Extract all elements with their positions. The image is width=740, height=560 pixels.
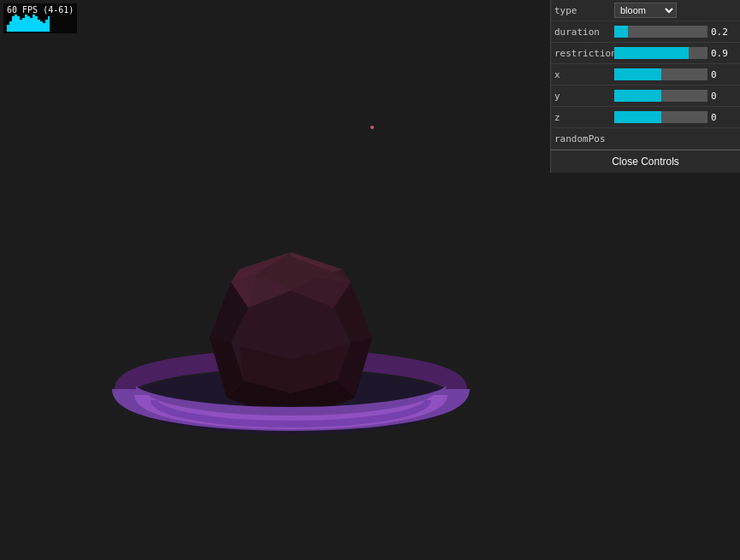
type-row: type bloomwaveexplosionrain bbox=[551, 0, 740, 21]
restriction-value: 0.9 bbox=[711, 48, 737, 59]
planet-svg bbox=[111, 171, 471, 479]
close-controls-button[interactable]: Close Controls bbox=[551, 150, 740, 173]
duration-fill bbox=[614, 26, 628, 38]
planet-container bbox=[111, 171, 471, 479]
restriction-slider[interactable] bbox=[614, 47, 707, 59]
randompos-row[interactable]: randomPos bbox=[551, 128, 740, 150]
restriction-label: restriction bbox=[554, 48, 614, 59]
x-fill bbox=[614, 68, 661, 80]
duration-slider[interactable] bbox=[614, 26, 707, 38]
x-label: x bbox=[554, 69, 614, 80]
duration-row: duration 0.2 bbox=[551, 21, 740, 43]
y-slider[interactable] bbox=[614, 90, 707, 102]
z-row: z 0 bbox=[551, 107, 740, 128]
planet-body bbox=[210, 252, 372, 423]
duration-value: 0.2 bbox=[711, 27, 737, 38]
y-label: y bbox=[554, 91, 614, 102]
restriction-row: restriction 0.9 bbox=[551, 43, 740, 64]
particle-dot bbox=[370, 126, 374, 129]
fps-graph bbox=[7, 15, 50, 32]
x-slider[interactable] bbox=[614, 68, 707, 80]
randompos-label: randomPos bbox=[554, 133, 606, 144]
type-label: type bbox=[554, 5, 614, 16]
x-value: 0 bbox=[711, 69, 737, 80]
y-fill bbox=[614, 90, 661, 102]
restriction-fill bbox=[614, 47, 689, 59]
type-select[interactable]: bloomwaveexplosionrain bbox=[614, 3, 677, 18]
duration-label: duration bbox=[554, 27, 614, 38]
x-row: x 0 bbox=[551, 64, 740, 85]
z-fill bbox=[614, 111, 661, 123]
fps-counter: 60 FPS (4-61) bbox=[3, 3, 77, 33]
z-value: 0 bbox=[711, 112, 737, 123]
y-row: y 0 bbox=[551, 85, 740, 107]
fps-text: 60 FPS (4-61) bbox=[7, 5, 74, 15]
z-label: z bbox=[554, 112, 614, 123]
controls-panel: type bloomwaveexplosionrain duration 0.2… bbox=[550, 0, 740, 173]
z-slider[interactable] bbox=[614, 111, 707, 123]
y-value: 0 bbox=[711, 91, 737, 102]
